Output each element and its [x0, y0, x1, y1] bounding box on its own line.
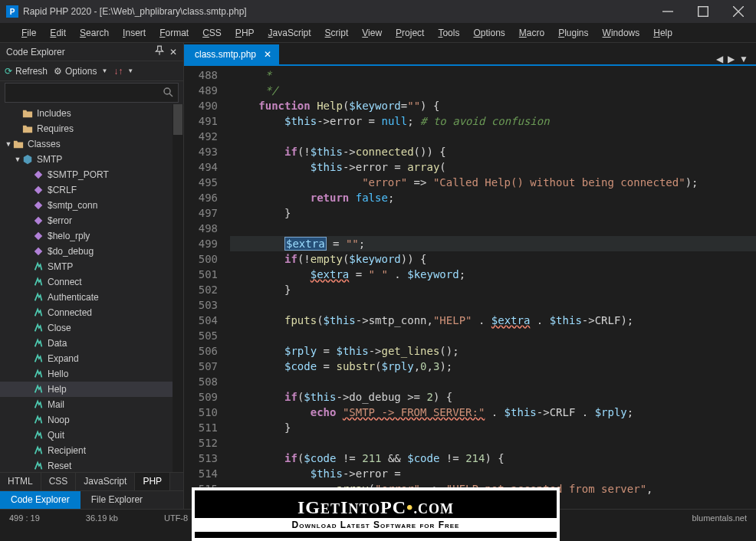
menu-help[interactable]: Help	[647, 25, 679, 41]
code-tree: IncludesRequires▼Classes▼SMTP$SMTP_PORT$…	[0, 104, 183, 472]
code-area[interactable]: 4884894904914924934944954964974984995005…	[184, 66, 756, 509]
refresh-icon: ⟳	[5, 66, 12, 77]
menu-edit[interactable]: Edit	[44, 25, 72, 41]
file-size: 36.19 kb	[86, 513, 118, 523]
menu-javascript[interactable]: JavaScript	[262, 25, 317, 41]
watermark-title: IGETINTOPC•.COM	[297, 497, 454, 518]
options-button[interactable]: ⚙Options▼	[54, 66, 107, 77]
gear-icon: ⚙	[54, 66, 62, 77]
sort-icon: ↓↑	[113, 66, 123, 77]
sort-button[interactable]: ↓↑▼	[113, 66, 133, 77]
editor-tab-bar: class.smtp.php ✕ ◀ ▶ ▼	[184, 43, 756, 66]
tree-method-close[interactable]: Close	[0, 320, 183, 336]
menu-script[interactable]: Script	[319, 25, 355, 41]
app-logo: P	[6, 5, 18, 18]
menu-view[interactable]: View	[356, 25, 388, 41]
title-bar: P Rapid PHP 2020 - [E:\Web\_phplibrary\c…	[0, 0, 756, 23]
tab-label: class.smtp.php	[195, 49, 256, 60]
tree-method-expand[interactable]: Expand	[0, 351, 183, 366]
explorer-tab-0[interactable]: Code Explorer	[0, 491, 81, 509]
menu-project[interactable]: Project	[390, 25, 430, 41]
search-box[interactable]	[5, 83, 179, 103]
tree-method-noop[interactable]: Noop	[0, 412, 183, 428]
next-tab-icon[interactable]: ▶	[728, 54, 735, 64]
scrollbar-thumb[interactable]	[173, 104, 182, 135]
close-panel-icon[interactable]: ✕	[169, 47, 177, 57]
tree-method-connected[interactable]: Connected	[0, 305, 183, 320]
svg-rect-0	[698, 7, 708, 17]
close-tab-icon[interactable]: ✕	[262, 49, 273, 60]
tree-method-mail[interactable]: Mail	[0, 397, 183, 412]
panel-header: Code Explorer ✕	[0, 43, 183, 61]
menu-file[interactable]: File	[15, 25, 42, 41]
tree-prop[interactable]: $helo_rply	[0, 228, 183, 244]
menu-bar: FileEditSearchInsertFormatCSSPHPJavaScri…	[0, 23, 756, 43]
tree-classes[interactable]: ▼Classes	[0, 136, 183, 152]
menu-tools[interactable]: Tools	[432, 25, 465, 41]
cursor-position: 499 : 19	[9, 513, 40, 523]
pin-icon[interactable]	[154, 45, 165, 58]
gutter: 4884894904914924934944954964974984995005…	[184, 66, 230, 509]
tree-prop[interactable]: $do_debug	[0, 244, 183, 259]
window-title: Rapid PHP 2020 - [E:\Web\_phplibrary\cla…	[23, 6, 650, 17]
panel-toolbar: ⟳Refresh ⚙Options▼ ↓↑▼	[0, 61, 183, 81]
menu-macro[interactable]: Macro	[513, 25, 551, 41]
tree-method-quit[interactable]: Quit	[0, 428, 183, 443]
tree-prop[interactable]: $SMTP_PORT	[0, 167, 183, 182]
refresh-button[interactable]: ⟳Refresh	[5, 66, 48, 77]
editor: class.smtp.php ✕ ◀ ▶ ▼ 48848949049149249…	[184, 43, 756, 509]
watermark-overlay: IGETINTOPC•.COM Download Latest Software…	[192, 487, 560, 541]
search-input[interactable]	[10, 87, 163, 98]
menu-windows[interactable]: Windows	[597, 25, 646, 41]
tab-menu-icon[interactable]: ▼	[739, 54, 748, 64]
tree-class-smtp[interactable]: ▼SMTP	[0, 152, 183, 167]
editor-tab[interactable]: class.smtp.php ✕	[184, 44, 279, 64]
maximize-button[interactable]	[685, 0, 721, 23]
menu-options[interactable]: Options	[467, 25, 511, 41]
tree-method-recipient[interactable]: Recipient	[0, 443, 183, 458]
menu-format[interactable]: Format	[153, 25, 195, 41]
tree-method-connect[interactable]: Connect	[0, 274, 183, 290]
tree-requires[interactable]: Requires	[0, 121, 183, 136]
code-content[interactable]: * */ function Help($keyword="") { $this-…	[230, 66, 756, 509]
panel-title: Code Explorer	[6, 47, 150, 57]
chevron-down-icon: ▼	[127, 67, 133, 74]
encoding: UTF-8	[164, 513, 188, 523]
tree-method-help[interactable]: Help	[0, 382, 183, 397]
tree-method-data[interactable]: Data	[0, 336, 183, 351]
watermark-subtitle: Download Latest Software for Free	[195, 518, 557, 532]
explorer-tabs: Code ExplorerFile Explorer	[0, 490, 183, 509]
tree-method-hello[interactable]: Hello	[0, 366, 183, 382]
tree-method-smtp[interactable]: SMTP	[0, 259, 183, 274]
sidebar: Code Explorer ✕ ⟳Refresh ⚙Options▼ ↓↑▼ I…	[0, 43, 184, 509]
menu-css[interactable]: CSS	[196, 25, 228, 41]
tree-prop[interactable]: $error	[0, 213, 183, 228]
tab-nav: ◀ ▶ ▼	[716, 54, 756, 64]
vendor-link[interactable]: blumentals.net	[692, 513, 747, 523]
lang-tab-css[interactable]: CSS	[41, 473, 77, 490]
lang-tab-javascript[interactable]: JavaScript	[76, 473, 135, 490]
lang-tab-php[interactable]: PHP	[135, 473, 170, 490]
prev-tab-icon[interactable]: ◀	[716, 54, 723, 64]
language-tabs: HTMLCSSJavaScriptPHP	[0, 472, 183, 490]
close-button[interactable]	[721, 0, 756, 23]
search-icon	[163, 87, 173, 100]
explorer-tab-1[interactable]: File Explorer	[81, 491, 153, 509]
menu-insert[interactable]: Insert	[117, 25, 152, 41]
tree-prop[interactable]: $CRLF	[0, 182, 183, 198]
tree-includes[interactable]: Includes	[0, 106, 183, 121]
menu-search[interactable]: Search	[74, 25, 115, 41]
tree-method-reset[interactable]: Reset	[0, 458, 183, 472]
lang-tab-html[interactable]: HTML	[0, 473, 41, 490]
menu-php[interactable]: PHP	[229, 25, 261, 41]
tree-method-authenticate[interactable]: Authenticate	[0, 290, 183, 305]
tree-prop[interactable]: $smtp_conn	[0, 198, 183, 213]
chevron-down-icon: ▼	[101, 67, 107, 74]
menu-plugins[interactable]: Plugins	[552, 25, 594, 41]
minimize-button[interactable]	[650, 0, 685, 23]
svg-point-1	[164, 88, 170, 94]
scrollbar[interactable]	[173, 104, 183, 472]
